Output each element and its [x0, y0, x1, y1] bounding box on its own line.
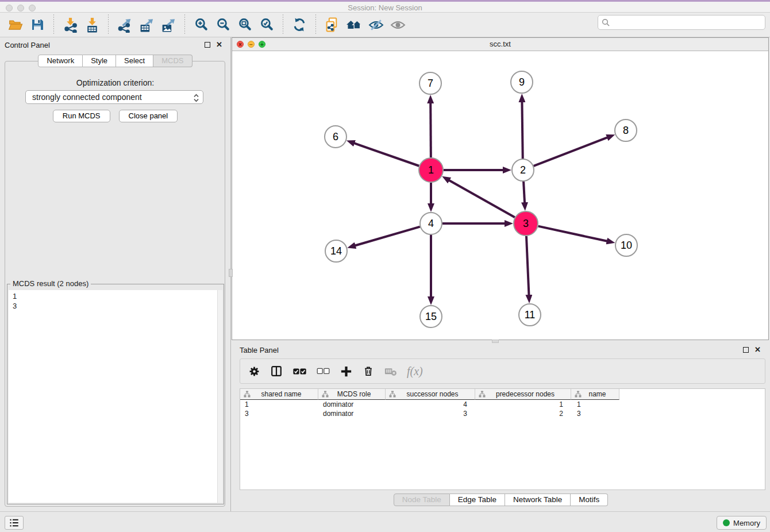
graph-node[interactable]: 9 — [511, 71, 533, 93]
table-settings-icon[interactable] — [248, 365, 260, 377]
select-all-icon[interactable] — [292, 368, 307, 375]
graph-edge[interactable] — [430, 103, 431, 157]
show-all-icon[interactable] — [388, 15, 407, 34]
column-header[interactable]: successor nodes — [386, 389, 475, 400]
task-history-button[interactable] — [5, 516, 24, 530]
tab-network[interactable]: Network — [38, 55, 83, 67]
open-session-icon[interactable] — [6, 15, 25, 34]
mcds-result-group: MCDS result (2 nodes) 1 3 — [7, 284, 224, 504]
table-row[interactable]: 3dominator323 — [240, 409, 765, 418]
tab-node-table[interactable]: Node Table — [394, 494, 450, 506]
vertical-splitter-handle[interactable] — [229, 269, 233, 277]
zoom-in-icon[interactable] — [192, 15, 210, 34]
import-network-icon[interactable] — [61, 15, 79, 34]
graph-node[interactable]: 11 — [519, 304, 541, 326]
column-header[interactable]: MCDS role — [318, 389, 386, 400]
network-window-minimize-icon[interactable]: − — [248, 41, 255, 48]
criterion-select[interactable]: strongly connected component — [25, 90, 203, 104]
svg-text:6: 6 — [333, 131, 338, 142]
graph-edge[interactable] — [355, 227, 420, 246]
network-graph[interactable]: 7968124314101511 — [232, 51, 768, 340]
graph-node[interactable]: 14 — [325, 240, 347, 262]
export-table-icon[interactable] — [137, 15, 156, 34]
search-box[interactable] — [598, 15, 765, 30]
graph-node[interactable]: 8 — [615, 119, 637, 141]
save-session-icon[interactable] — [28, 15, 47, 34]
tab-select[interactable]: Select — [116, 55, 153, 67]
table-panel-float-icon[interactable] — [743, 347, 749, 353]
tab-style[interactable]: Style — [83, 55, 116, 67]
result-scrollbar[interactable] — [217, 290, 222, 503]
table-cell[interactable]: 4 — [386, 400, 475, 409]
import-table-icon[interactable] — [83, 15, 101, 34]
tab-mcds[interactable]: MCDS — [153, 55, 192, 67]
svg-text:14: 14 — [330, 245, 342, 257]
control-panel-title: Control Panel — [5, 41, 50, 49]
zoom-fit-icon[interactable] — [236, 15, 254, 34]
toolbar-separator — [53, 14, 54, 35]
graph-node[interactable]: 7 — [419, 72, 441, 94]
refresh-view-icon[interactable] — [290, 15, 309, 34]
memory-status-icon — [723, 519, 730, 526]
control-panel-float-icon[interactable] — [205, 42, 210, 48]
duplicate-network-icon[interactable] — [323, 15, 341, 34]
graph-edge[interactable] — [449, 180, 514, 218]
search-input[interactable] — [612, 18, 761, 28]
graph-edge[interactable] — [534, 137, 608, 166]
table-panel-close-icon[interactable]: ✕ — [754, 347, 761, 353]
svg-text:7: 7 — [428, 78, 433, 89]
delete-column-icon[interactable] — [363, 365, 374, 377]
network-window-close-icon[interactable]: × — [237, 41, 244, 48]
graph-edge[interactable] — [538, 226, 607, 241]
graph-edge[interactable] — [354, 143, 419, 166]
table-cell[interactable]: dominator — [318, 409, 386, 418]
graph-edge[interactable] — [526, 236, 529, 295]
column-header[interactable]: predecessor nodes — [475, 389, 571, 400]
export-image-icon[interactable] — [159, 15, 178, 34]
close-panel-button[interactable]: Close panel — [119, 110, 178, 122]
delete-table-icon[interactable] — [384, 365, 397, 378]
apply-function-icon[interactable]: f(x) — [407, 365, 423, 378]
table-cell[interactable]: 1 — [571, 400, 619, 409]
graph-edge[interactable] — [523, 182, 525, 203]
graph-node[interactable]: 3 — [514, 211, 538, 236]
tab-network-table[interactable]: Network Table — [505, 494, 571, 506]
network-window-titlebar[interactable]: × − + scc.txt — [232, 38, 768, 51]
graph-node[interactable]: 4 — [420, 213, 442, 234]
network-window-maximize-icon[interactable]: + — [259, 41, 265, 48]
mcds-result-textarea[interactable]: 1 3 — [9, 290, 222, 503]
graph-node[interactable]: 2 — [512, 159, 534, 181]
table-cell[interactable]: 1 — [240, 400, 318, 409]
mcds-result-title: MCDS result (2 nodes) — [10, 279, 91, 288]
column-header[interactable]: name — [571, 389, 619, 400]
graph-node[interactable]: 10 — [615, 234, 637, 256]
horizontal-splitter-handle[interactable] — [492, 340, 499, 343]
memory-button[interactable]: Memory — [717, 516, 767, 530]
table-cell[interactable]: 3 — [571, 409, 619, 418]
table-cell[interactable]: dominator — [318, 400, 386, 409]
svg-text:1: 1 — [428, 164, 434, 176]
first-neighbors-icon[interactable] — [345, 15, 363, 34]
hide-selected-icon[interactable] — [367, 15, 385, 34]
network-canvas[interactable]: 7968124314101511 — [232, 51, 768, 340]
graph-edge[interactable] — [522, 102, 522, 159]
control-panel-close-icon[interactable]: ✕ — [216, 42, 222, 48]
tab-edge-table[interactable]: Edge Table — [450, 494, 505, 506]
add-column-icon[interactable] — [340, 365, 353, 378]
zoom-selected-icon[interactable] — [257, 15, 276, 34]
column-visibility-icon[interactable] — [270, 365, 283, 377]
table-cell[interactable]: 3 — [386, 409, 475, 418]
table-cell[interactable]: 3 — [240, 409, 318, 418]
export-network-icon[interactable] — [116, 15, 134, 34]
table-row[interactable]: 1dominator411 — [240, 400, 765, 409]
graph-node[interactable]: 6 — [325, 126, 346, 148]
tab-motifs[interactable]: Motifs — [571, 494, 608, 506]
deselect-all-icon[interactable] — [317, 368, 330, 375]
graph-node[interactable]: 1 — [419, 158, 443, 182]
graph-node[interactable]: 15 — [420, 306, 442, 327]
table-cell[interactable]: 1 — [475, 400, 571, 409]
run-mcds-button[interactable]: Run MCDS — [53, 110, 110, 122]
column-header[interactable]: shared name — [240, 389, 318, 400]
zoom-out-icon[interactable] — [214, 15, 232, 34]
table-cell[interactable]: 2 — [475, 409, 571, 418]
